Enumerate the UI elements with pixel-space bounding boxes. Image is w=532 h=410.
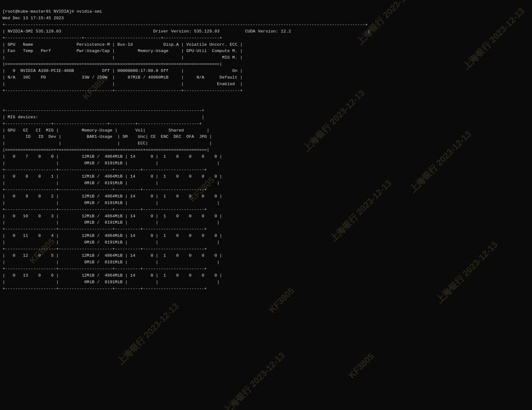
smi-version-line: | NVIDIA-SMI 535.129.03 Driver Version: … [3, 29, 370, 34]
mig-sep3: +--------------------+------------------… [3, 227, 207, 231]
gpu-row3: | | | Enabled | [3, 82, 243, 86]
gpu-row1: | 0 NVIDIA A100-PCIE-40GB Off | 00000000… [3, 68, 243, 73]
gpu-row2: | N/A 38C P0 33W / 250W | 87MiB / 40960M… [3, 75, 243, 80]
col-header1: | GPU Name Persistence-M | Bus-Id Disp.A… [3, 42, 243, 47]
bottom-sep: +---------------------------------------… [3, 88, 243, 93]
terminal-output: [root@kube-master01 NVIDIA]# nvidia-smi … [0, 0, 532, 294]
mig-row-3-2: | | 0MiB / 8191MiB | | | [3, 220, 220, 225]
mig-row-1-1: | 0 8 0 1 | 12MiB / 4864MiB | 14 0 | 1 0… [3, 174, 222, 179]
mig-row-5-2: | | 0MiB / 8191MiB | | | [3, 260, 220, 265]
mig-sep5: +--------------------+------------------… [3, 266, 207, 271]
watermark-text-10: 上海银行 2023-12-13 [114, 301, 182, 368]
mig-row-6-1: | 0 13 0 6 | 12MiB / 4864MiB | 14 0 | 1 … [3, 273, 222, 278]
blank2 [3, 102, 5, 106]
mig-sep0: +--------------------+------------------… [3, 167, 207, 172]
mig-eq-sep: |===================++==================… [3, 148, 209, 152]
mig-row-4-2: | | 0MiB / 8191MiB | | | [3, 240, 220, 245]
mig-header-sep: +------------------+--------------------… [3, 121, 202, 126]
mig-row-5-1: | 0 12 0 5 | 12MiB / 4864MiB | 14 0 | 1 … [3, 253, 222, 258]
mig-label: | MIG devices: | [3, 115, 204, 120]
mig-row-0-2: | | 0MiB / 8191MiB | | | [3, 161, 220, 166]
eq-sep1: |==============================+========… [3, 62, 222, 67]
mig-col3: | | | ECC| | [3, 141, 212, 146]
mig-col1: | GPU GI CI MIG | Memory-Usage | Vol| Sh… [3, 128, 209, 133]
col-header2: | Fan Temp Perf Pwr:Usage/Cap | Memory-U… [3, 49, 243, 53]
mig-row-0-1: | 0 7 0 0 | 12MiB / 4864MiB | 14 0 | 1 0… [3, 154, 222, 159]
mig-row-2-1: | 0 9 0 2 | 12MiB / 4864MiB | 14 0 | 1 0… [3, 194, 222, 199]
prompt-line: [root@kube-master01 NVIDIA]# nvidia-smi [3, 9, 102, 14]
watermark-text-12: 上海银行 2023-12-13 [221, 350, 288, 410]
top-separator: +---------------------------------------… [3, 22, 368, 27]
mig-sep4: +--------------------+------------------… [3, 247, 207, 251]
mig-row-6-2: | | 0MiB / 8191MiB | | | [3, 280, 220, 284]
mig-row-4-1: | 0 11 0 4 | 12MiB / 4864MiB | 14 0 | 1 … [3, 233, 222, 238]
mig-sep2: +--------------------+------------------… [3, 207, 207, 212]
watermark-text-11: KF3805 [347, 351, 376, 380]
datetime-line: Wed Dec 13 17:15:45 2023 [3, 16, 64, 20]
header-sep1: +------------------------------+--------… [3, 36, 222, 40]
mig-row-2-2: | | 0MiB / 8191MiB | | | [3, 201, 220, 205]
mig-col2: | ID ID Dev | BAR1-Usage | SM Unc| CE EN… [3, 134, 212, 139]
col-header3: | | | MIG M. | [3, 55, 243, 60]
mig-row-3-1: | 0 10 0 3 | 12MiB / 4864MiB | 14 0 | 1 … [3, 214, 222, 219]
mig-sep6: +--------------------+------------------… [3, 286, 207, 291]
blank1 [3, 95, 5, 100]
mig-sep1: +--------------------+------------------… [3, 187, 207, 192]
mig-top-sep: +---------------------------------------… [3, 108, 204, 113]
mig-row-1-2: | | 0MiB / 8191MiB | | | [3, 181, 220, 185]
